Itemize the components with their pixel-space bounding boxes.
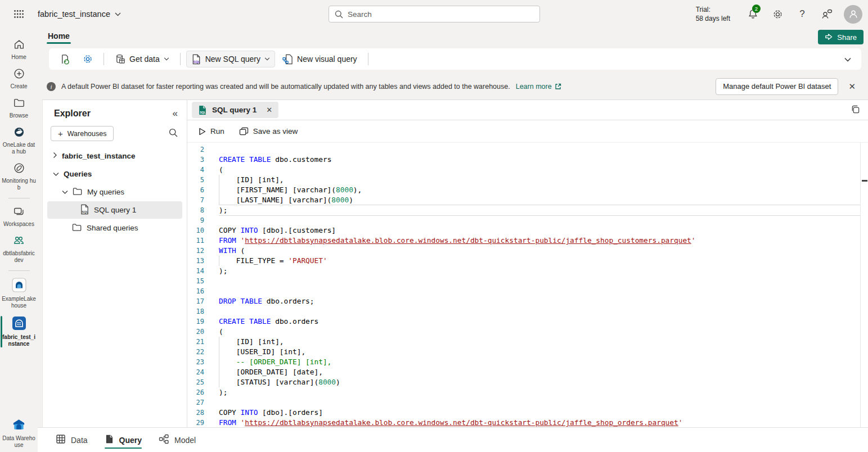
line-number: 10	[187, 225, 204, 236]
explorer-search-button[interactable]	[169, 128, 178, 139]
code-line[interactable]: 17DROP TABLE dbo.orders;	[187, 296, 860, 306]
nav-rail-item-onelake-data-hub[interactable]: OneLake data hub	[0, 123, 38, 159]
manage-dataset-button[interactable]: Manage default Power BI dataset	[716, 78, 838, 95]
ribbon-expand-button[interactable]	[840, 53, 856, 66]
tree-item-queries[interactable]: Queries	[47, 165, 182, 183]
editor-overview-ruler[interactable]	[860, 143, 868, 427]
tree-item-my-queries[interactable]: My queries	[47, 183, 182, 201]
indent-guide	[219, 175, 219, 185]
code-line[interactable]: 10COPY INTO [dbo].[customers]	[187, 225, 860, 236]
line-number: 20	[187, 327, 204, 337]
code-line[interactable]: 12WITH (	[187, 246, 860, 256]
account-avatar[interactable]	[844, 5, 862, 24]
plain-token: dbo.orders	[271, 317, 318, 326]
plain-token: )	[336, 378, 340, 386]
nav-rail-item-data-warehouse[interactable]: Data Warehouse	[0, 414, 38, 452]
svg-text:SQL: SQL	[82, 210, 88, 214]
chevron-right-icon[interactable]	[53, 152, 57, 160]
chevron-down-icon[interactable]	[62, 188, 68, 196]
add-warehouses-button[interactable]: + Warehouses	[51, 126, 114, 141]
collapse-explorer-button[interactable]: «	[173, 108, 178, 119]
query-editor: SQL SQL query 1 ✕	[187, 100, 868, 427]
tree-item-shared-queries[interactable]: Shared queries	[47, 219, 182, 237]
feedback-button[interactable]	[815, 1, 839, 28]
get-data-button[interactable]: Get data	[110, 51, 174, 67]
nav-rail-label: Browse	[10, 112, 28, 119]
notifications-button[interactable]: 2	[740, 1, 765, 28]
chevron-down-icon[interactable]	[53, 170, 59, 178]
tree-item-fabric-test-instance[interactable]: fabric_test_instance	[47, 147, 182, 165]
plus-circle-icon	[13, 67, 25, 82]
code-line[interactable]: 11FROM 'https://dbtlabsynapsedatalake.bl…	[187, 236, 860, 246]
code-line[interactable]: 20(	[187, 327, 860, 337]
code-line[interactable]: 2	[187, 144, 860, 155]
view-tab-model[interactable]: Model	[153, 428, 201, 452]
view-tab-query[interactable]: Query	[99, 428, 147, 452]
code-line[interactable]: 13 FILE_TYPE = 'PARQUET'	[187, 256, 860, 266]
code-line[interactable]: 14);	[187, 266, 860, 276]
code-line[interactable]: 7 [LAST_NAME] [varchar](8000)	[187, 195, 860, 205]
search-input[interactable]: Search	[329, 6, 540, 22]
ribbon-settings-button[interactable]	[78, 51, 98, 67]
tab-home[interactable]: Home	[47, 30, 71, 44]
view-tab-label: Query	[119, 436, 142, 445]
code-line[interactable]: 4(	[187, 165, 860, 175]
code-line[interactable]: 29FROM 'https://dbtlabsynapsedatalake.bl…	[187, 418, 860, 427]
tree-item-sql-query-1[interactable]: SQLSQL query 1	[47, 201, 182, 219]
refresh-button[interactable]	[55, 51, 75, 67]
code-line[interactable]: 26);	[187, 387, 860, 397]
code-line[interactable]: 22 [USER_ID] [int],	[187, 347, 860, 357]
code-line[interactable]: 25 [STATUS] [varchar](8000)	[187, 377, 860, 387]
code-line[interactable]: 24 [ORDER_DATE] [date],	[187, 367, 860, 377]
settings-button[interactable]	[765, 1, 790, 28]
learn-more-link[interactable]: Learn more	[516, 83, 561, 91]
workspace-switcher[interactable]: fabric_test_instance	[38, 10, 121, 19]
ribbon-toolbar: Get data SQL New SQL query	[49, 48, 861, 70]
save-as-view-button[interactable]: Save as view	[233, 123, 304, 140]
code-line[interactable]: 19CREATE TABLE dbo.orders	[187, 317, 860, 327]
keyword-token: CREATE	[219, 155, 245, 164]
nav-rail-item-dbtlabsfabricdev[interactable]: dbtlabsfabricdev	[0, 231, 38, 267]
code-line[interactable]: 23 -- [ORDER_DATE] [int],	[187, 357, 860, 367]
nav-rail-item-workspaces[interactable]: Workspaces	[0, 202, 38, 231]
chevron-down-icon	[844, 57, 851, 62]
code-line[interactable]: 18	[187, 306, 860, 317]
header-actions: Trial: 58 days left 2 ?	[696, 1, 868, 28]
code-line[interactable]: 6 [FIRST_NAME] [varchar](8000),	[187, 185, 860, 195]
code-line[interactable]: 3CREATE TABLE dbo.customers	[187, 155, 860, 165]
notification-badge: 2	[752, 4, 761, 13]
nav-rail-item-fabric-test-instance[interactable]: fabric_test_instance	[0, 313, 38, 351]
copy-icon-button[interactable]	[846, 102, 865, 118]
nav-rail-item-create[interactable]: Create	[0, 64, 38, 93]
feedback-icon	[821, 9, 833, 19]
new-visual-query-button[interactable]: New visual query	[277, 51, 362, 67]
search-placeholder: Search	[348, 10, 372, 19]
close-tab-icon[interactable]: ✕	[266, 106, 272, 114]
code-line[interactable]: 16	[187, 286, 860, 296]
code-line[interactable]: 5 [ID] [int],	[187, 175, 860, 185]
banner-close-button[interactable]: ✕	[844, 79, 860, 94]
nav-rail-item-monitoring-hub[interactable]: Monitoring hub	[0, 159, 38, 195]
code-line[interactable]: 15	[187, 276, 860, 286]
code-line[interactable]: 28COPY INTO [dbo].[orders]	[187, 408, 860, 418]
help-button[interactable]: ?	[790, 1, 815, 28]
code-editor-surface[interactable]: 23CREATE TABLE dbo.customers4(5 [ID] [in…	[187, 143, 868, 427]
chevron-down-icon	[115, 12, 121, 16]
query-tab[interactable]: SQL SQL query 1 ✕	[192, 102, 278, 118]
line-number: 24	[187, 367, 204, 377]
code-line[interactable]: 9	[187, 215, 860, 225]
share-button[interactable]: Share	[818, 30, 863, 44]
code-line[interactable]: 27	[187, 397, 860, 408]
line-number: 12	[187, 246, 204, 256]
plain-token: );	[219, 388, 227, 396]
nav-rail-item-home[interactable]: Home	[0, 35, 38, 64]
top-header: fabric_test_instance Search Trial: 58 da…	[0, 0, 868, 28]
app-launcher-button[interactable]	[0, 10, 38, 18]
code-line[interactable]: 21 [ID] [int],	[187, 337, 860, 347]
nav-rail-item-examplelakehouse[interactable]: ExampleLakehouse	[0, 274, 38, 313]
run-button[interactable]: Run	[193, 123, 230, 140]
new-sql-query-button[interactable]: SQL New SQL query	[186, 51, 275, 67]
code-line[interactable]: 8);	[187, 205, 860, 215]
nav-rail-item-browse[interactable]: Browse	[0, 93, 38, 123]
view-tab-data[interactable]: Data	[50, 428, 93, 452]
